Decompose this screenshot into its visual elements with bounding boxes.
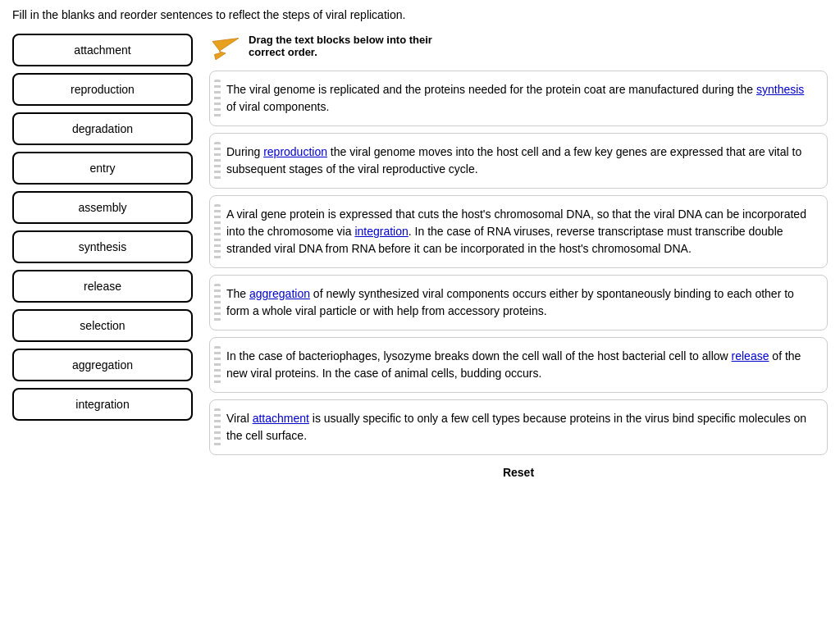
- word-block-release[interactable]: release: [12, 270, 193, 303]
- drag-hint-line2: correct order.: [249, 46, 432, 58]
- text-block-block3: A viral gene protein is expressed that c…: [209, 195, 828, 268]
- word-block-integration[interactable]: integration: [12, 388, 193, 421]
- text-block-block2: During reproduction the viral genome mov…: [209, 133, 828, 189]
- word-block-degradation[interactable]: degradation: [12, 112, 193, 145]
- left-panel: attachmentreproductiondegradationentryas…: [12, 34, 193, 421]
- link-synthesis[interactable]: synthesis: [756, 83, 804, 96]
- link-aggregation[interactable]: aggregation: [249, 287, 310, 300]
- right-panel: Drag the text blocks below into their co…: [209, 34, 828, 479]
- link-integration[interactable]: integration: [354, 225, 408, 238]
- word-block-assembly[interactable]: assembly: [12, 191, 193, 224]
- text-block-block1: The viral genome is replicated and the p…: [209, 71, 828, 126]
- drag-hint-line1: Drag the text blocks below into their: [249, 34, 432, 46]
- text-blocks-container: The viral genome is replicated and the p…: [209, 71, 828, 462]
- svg-marker-0: [212, 39, 239, 60]
- word-block-synthesis[interactable]: synthesis: [12, 230, 193, 263]
- word-block-selection[interactable]: selection: [12, 309, 193, 342]
- reset-button[interactable]: Reset: [209, 466, 828, 479]
- link-attachment[interactable]: attachment: [253, 412, 309, 425]
- main-layout: attachmentreproductiondegradationentryas…: [12, 34, 828, 479]
- word-block-reproduction[interactable]: reproduction: [12, 73, 193, 106]
- word-block-aggregation[interactable]: aggregation: [12, 349, 193, 381]
- text-block-block4: The aggregation of newly synthesized vir…: [209, 275, 828, 331]
- link-release[interactable]: release: [732, 349, 769, 362]
- text-block-block5: In the case of bacteriophages, lysozyme …: [209, 337, 828, 393]
- drag-hint: Drag the text blocks below into their co…: [209, 34, 828, 62]
- text-block-block6: Viral attachment is usually specific to …: [209, 399, 828, 455]
- link-reproduction[interactable]: reproduction: [263, 145, 327, 158]
- instruction-text: Fill in the blanks and reorder sentences…: [12, 8, 828, 21]
- drag-arrow-icon: [209, 34, 242, 62]
- word-block-entry[interactable]: entry: [12, 152, 193, 185]
- word-block-attachment[interactable]: attachment: [12, 34, 193, 66]
